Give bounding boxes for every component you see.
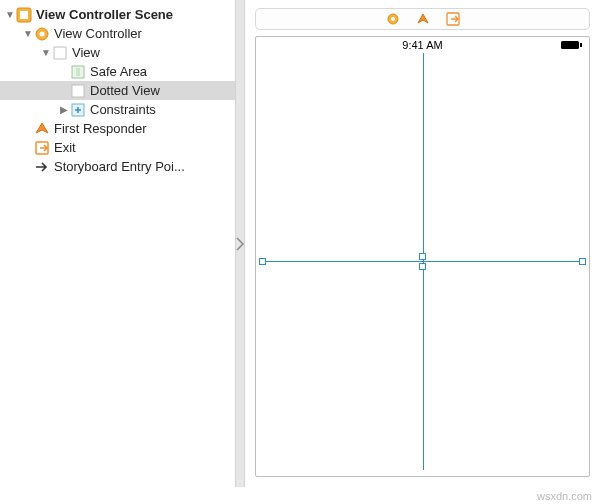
outline-dotted-view[interactable]: Dotted View [0,81,235,100]
first-responder-icon [34,121,50,137]
safe-area-icon [70,64,86,80]
dotted-view-label: Dotted View [90,83,160,98]
svg-rect-6 [76,68,80,76]
canvas-area: 9:41 AM [245,0,600,487]
document-outline: ▼ View Controller Scene ▼ View Controlle… [0,0,235,487]
device-frame[interactable]: 9:41 AM [255,36,590,477]
outline-scene[interactable]: ▼ View Controller Scene [0,5,235,24]
status-bar: 9:41 AM [256,37,589,53]
scene-dock [255,8,590,30]
first-responder-dock-icon[interactable] [416,12,430,26]
resize-handle-left[interactable] [259,258,266,265]
outline-view-controller[interactable]: ▼ View Controller [0,24,235,43]
constraints-label: Constraints [90,102,156,117]
exit-dock-icon[interactable] [446,12,460,26]
svg-rect-1 [20,11,28,19]
scene-icon [16,7,32,23]
svg-rect-4 [54,47,66,59]
view-controller-dock-icon[interactable] [386,12,400,26]
app-root: ▼ View Controller Scene ▼ View Controlle… [0,0,600,487]
svg-rect-15 [561,41,579,49]
svg-rect-7 [72,85,84,97]
disclosure-icon: ▼ [22,28,34,39]
chevron-right-icon [235,236,245,252]
outline-first-responder[interactable]: First Responder [0,119,235,138]
custom-view-icon [70,83,86,99]
exit-label: Exit [54,140,76,155]
first-responder-label: First Responder [54,121,146,136]
disclosure-icon: ▶ [58,104,70,115]
arrow-right-icon [34,159,50,175]
view-label: View [72,45,100,60]
watermark: wsxdn.com [537,490,592,502]
outline-constraints[interactable]: ▶ Constraints [0,100,235,119]
scene-label: View Controller Scene [36,7,173,22]
status-time: 9:41 AM [402,39,442,51]
battery-icon [561,40,583,52]
outline-entry-point[interactable]: Storyboard Entry Poi... [0,157,235,176]
resize-handle-center-top[interactable] [419,253,426,260]
constraints-icon [70,102,86,118]
outline-safe-area[interactable]: Safe Area [0,62,235,81]
view-controller-icon [34,26,50,42]
vc-label: View Controller [54,26,142,41]
disclosure-icon: ▼ [4,9,16,20]
safe-area-label: Safe Area [90,64,147,79]
outline-exit[interactable]: Exit [0,138,235,157]
svg-point-3 [40,31,45,36]
horizontal-guide [262,261,583,262]
resize-handle-right[interactable] [579,258,586,265]
exit-icon [34,140,50,156]
disclosure-icon: ▼ [40,47,52,58]
entry-label: Storyboard Entry Poi... [54,159,185,174]
svg-rect-16 [580,43,582,47]
view-icon [52,45,68,61]
svg-point-13 [391,17,395,21]
outline-collapse-handle[interactable] [235,0,245,487]
resize-handle-center-bottom[interactable] [419,263,426,270]
outline-view[interactable]: ▼ View [0,43,235,62]
